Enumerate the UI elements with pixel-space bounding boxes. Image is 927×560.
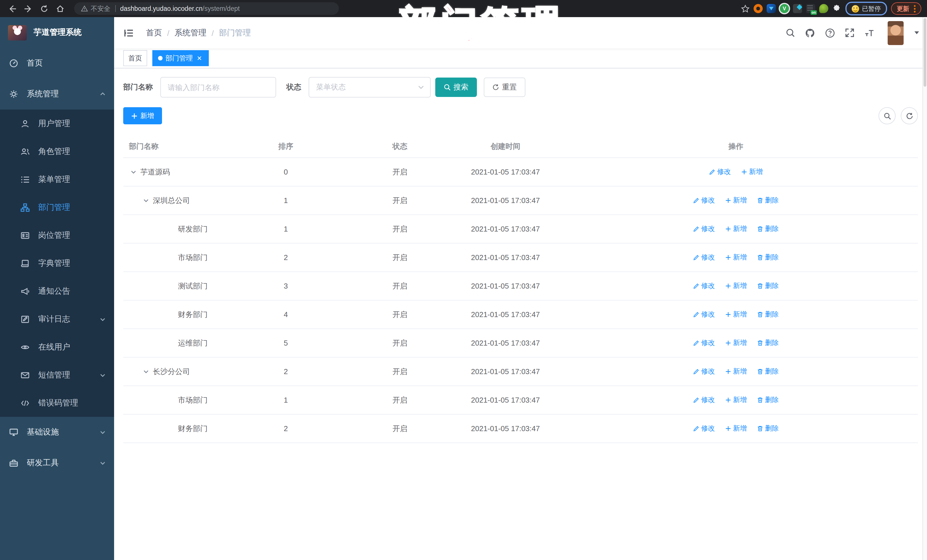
user-avatar[interactable] [887, 21, 904, 45]
delete-link[interactable]: 删除 [757, 253, 779, 262]
github-icon[interactable] [805, 28, 815, 38]
sidebar-item-infra[interactable]: 基础设施 [0, 417, 114, 448]
breadcrumb-system[interactable]: 系统管理 [175, 28, 207, 38]
dept-name-cell: 研发部门 [178, 224, 208, 234]
add-link[interactable]: 新增 [741, 167, 763, 177]
delete-link[interactable]: 删除 [757, 310, 779, 319]
add-link[interactable]: 新增 [725, 281, 747, 291]
extension-icon-vue-devtools[interactable] [767, 4, 776, 13]
bookmark-star-icon[interactable] [741, 4, 749, 13]
extension-icon-green-check[interactable]: V [780, 4, 789, 13]
add-link[interactable]: 新增 [725, 367, 747, 376]
edit-link[interactable]: 修改 [693, 424, 715, 433]
scrollbar-thumb[interactable] [924, 18, 926, 87]
add-link[interactable]: 新增 [725, 253, 747, 262]
plus-icon [725, 254, 731, 261]
toolbox-icon [9, 458, 18, 467]
security-warning-icon [81, 5, 88, 12]
edit-link[interactable]: 修改 [693, 310, 715, 319]
font-size-icon[interactable] [864, 28, 874, 38]
browser-menu-kebab-icon[interactable] [914, 5, 916, 12]
dept-name-input[interactable] [160, 77, 276, 97]
sidebar-item-errcode[interactable]: 错误码管理 [0, 389, 114, 417]
tab-home[interactable]: 首页 [123, 50, 147, 66]
add-link[interactable]: 新增 [725, 224, 747, 234]
sidebar-logo-row[interactable]: 芋道管理系统 [0, 17, 114, 48]
tab-close-icon[interactable]: ✕ [196, 55, 203, 62]
sidebar-item-notice[interactable]: 通知公告 [0, 277, 114, 305]
table-toolbar: 新增 [123, 107, 918, 124]
sidebar-item-dict[interactable]: 字典管理 [0, 249, 114, 277]
refresh-table-button[interactable] [901, 107, 918, 124]
sort-cell: 3 [229, 282, 343, 290]
sidebar-item-label: 首页 [27, 58, 43, 68]
add-link[interactable]: 新增 [725, 338, 747, 348]
browser-reload-button[interactable] [38, 2, 50, 15]
sidebar-item-role[interactable]: 角色管理 [0, 137, 114, 165]
extension-icon-on-switch[interactable]: on [806, 4, 815, 13]
sidebar-item-dept[interactable]: 部门管理 [0, 193, 114, 221]
add-link[interactable]: 新增 [725, 196, 747, 205]
search-button[interactable]: 搜索 [435, 77, 477, 97]
edit-link[interactable]: 修改 [693, 196, 715, 205]
sidebar-item-system[interactable]: 系统管理 [0, 79, 114, 109]
created-cell: 2021-01-05 17:03:47 [457, 367, 554, 376]
extension-icon-green[interactable] [819, 4, 828, 13]
edit-link[interactable]: 修改 [693, 367, 715, 376]
sidebar-item-audit[interactable]: 审计日志 [0, 305, 114, 333]
sidebar-item-home[interactable]: 首页 [0, 48, 114, 79]
expand-caret-icon[interactable] [130, 168, 137, 175]
edit-link[interactable]: 修改 [709, 167, 731, 177]
sidebar-item-devtool[interactable]: 研发工具 [0, 448, 114, 478]
browser-update-button[interactable]: 更新 [891, 2, 921, 15]
reset-button[interactable]: 重置 [484, 77, 526, 97]
delete-link[interactable]: 删除 [757, 196, 779, 205]
expand-caret-icon[interactable] [143, 197, 149, 204]
sidebar-item-menu[interactable]: 菜单管理 [0, 165, 114, 193]
edit-link[interactable]: 修改 [693, 253, 715, 262]
expand-caret-icon[interactable] [143, 368, 149, 375]
edit-link[interactable]: 修改 [693, 281, 715, 291]
add-link[interactable]: 新增 [725, 424, 747, 433]
fullscreen-icon[interactable] [845, 28, 854, 38]
docs-help-icon[interactable] [825, 28, 835, 38]
sidebar-item-user[interactable]: 用户管理 [0, 109, 114, 137]
extension-icon-orange[interactable] [754, 4, 763, 13]
add-dept-button[interactable]: 新增 [123, 107, 162, 124]
profile-paused-pill[interactable]: 已暂停 [845, 2, 887, 15]
edit-link[interactable]: 修改 [693, 224, 715, 234]
browser-home-button[interactable] [54, 2, 66, 15]
sidebar-toggle-button[interactable] [121, 25, 137, 41]
user-menu-caret-icon[interactable] [915, 31, 919, 36]
page-scrollbar[interactable] [922, 17, 927, 560]
breadcrumb-home[interactable]: 首页 [146, 28, 162, 38]
toggle-search-button[interactable] [878, 107, 896, 124]
sidebar-item-online[interactable]: 在线用户 [0, 333, 114, 361]
plus-icon [725, 340, 731, 346]
delete-link[interactable]: 删除 [757, 224, 779, 234]
header-search-icon[interactable] [786, 28, 795, 38]
tab-dept-active[interactable]: 部门管理 ✕ [152, 50, 209, 66]
delete-link[interactable]: 删除 [757, 424, 779, 433]
browser-back-button[interactable] [6, 2, 18, 15]
status-select[interactable]: 菜单状态 [308, 77, 431, 97]
extension-icon-grid[interactable] [793, 4, 802, 13]
book-icon [21, 259, 30, 268]
edit-link[interactable]: 修改 [693, 395, 715, 405]
add-link[interactable]: 新增 [725, 310, 747, 319]
delete-link[interactable]: 删除 [757, 281, 779, 291]
dept-name-label: 部门名称 [123, 82, 153, 93]
add-link[interactable]: 新增 [725, 395, 747, 405]
delete-link[interactable]: 删除 [757, 338, 779, 348]
sidebar-item-post[interactable]: 岗位管理 [0, 221, 114, 249]
sidebar-item-label: 短信管理 [38, 370, 70, 380]
sidebar-item-sms[interactable]: 短信管理 [0, 361, 114, 389]
browser-forward-button[interactable] [22, 2, 34, 15]
delete-link[interactable]: 删除 [757, 395, 779, 405]
delete-link[interactable]: 删除 [757, 367, 779, 376]
extensions-menu-icon[interactable] [832, 4, 842, 13]
sort-cell: 5 [229, 339, 343, 347]
address-bar[interactable]: 不安全 dashboard.yudao.iocoder.cn/system/de… [74, 2, 339, 15]
edit-pencil-icon [693, 226, 699, 232]
edit-link[interactable]: 修改 [693, 338, 715, 348]
